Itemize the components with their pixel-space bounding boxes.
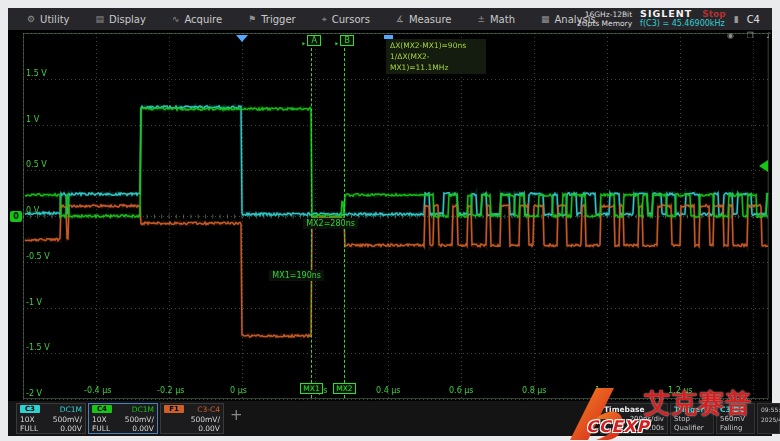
cursor-mx1-handle[interactable]: MX1 bbox=[300, 383, 322, 394]
cursor-delta-x: ΔX(MX2-MX1)=90ns bbox=[390, 40, 482, 51]
voltage-axis-label: -2 V bbox=[26, 389, 42, 398]
clock-date: 2025/4/2 bbox=[761, 415, 776, 425]
voltage-axis-label: -1.5 V bbox=[26, 343, 50, 352]
cursor-b-handle[interactable]: B bbox=[340, 35, 354, 46]
timebase-delay: 0.00s bbox=[604, 424, 664, 434]
trigger-position-marker[interactable] bbox=[236, 35, 248, 42]
clock-box: 09:55:44 2025/4/2 bbox=[757, 403, 780, 434]
trigger-box[interactable]: Trigger Stop Qualifier bbox=[670, 403, 714, 434]
frequency-counter: f(C3) = 45.46900kHz bbox=[640, 19, 726, 29]
time-axis-label: -0.2 µs bbox=[157, 386, 184, 395]
voltage-axis-label: 1.5 V bbox=[26, 69, 47, 78]
trigger-title: Trigger bbox=[674, 405, 710, 415]
cursor-b-arrow-icon: ‣ bbox=[334, 41, 339, 49]
menu-acquire-label: Acquire bbox=[184, 14, 222, 25]
status-bar: 16GHz-12Bit 2Gpts Memory SIGLENT Stop f(… bbox=[577, 8, 766, 30]
menu-math[interactable]: ± Math bbox=[468, 10, 524, 28]
voltage-axis-label: 0.5 V bbox=[26, 160, 47, 169]
timebase-title: Timebase bbox=[604, 405, 664, 415]
voltage-axis-label: 1 V bbox=[26, 115, 39, 124]
analysis-icon: ▦ bbox=[541, 14, 550, 24]
math-icon: ± bbox=[477, 14, 485, 24]
menu-trigger-label: Trigger bbox=[261, 14, 296, 25]
horizontal-reference-marker[interactable] bbox=[384, 35, 393, 39]
trigger-state: Stop bbox=[674, 415, 710, 425]
c4-scale: 500mV/ bbox=[125, 415, 154, 425]
f1-scale: 500mV/ bbox=[191, 415, 220, 425]
oscilloscope-screen: ⚙ Utility ▤ Display ∿ Acquire ⚑ Trigger … bbox=[0, 0, 780, 441]
mx2-readout: MX2=280ns bbox=[303, 218, 358, 229]
crosshair-icon: ⌖ bbox=[322, 14, 327, 25]
memory-spec: 2Gpts Memory bbox=[577, 19, 632, 28]
c3-probe: 10X bbox=[20, 415, 35, 425]
c4-bandwidth: FULL bbox=[92, 424, 110, 434]
acquisition-spec: 16GHz-12Bit 2Gpts Memory bbox=[577, 10, 632, 28]
voltage-axis-label: -1 V bbox=[26, 298, 42, 307]
measure-icon: ∡ bbox=[396, 14, 404, 24]
trigger-level-marker[interactable] bbox=[759, 160, 768, 172]
c3-badge: C3 bbox=[20, 405, 40, 413]
cursor-measurement-box: ΔX(MX2-MX1)=90ns 1/ΔX(MX2-MX1)=11.1MHz bbox=[386, 39, 486, 74]
c4-probe: 10X bbox=[92, 415, 107, 425]
menu-cursors[interactable]: ⌖ Cursors bbox=[313, 10, 379, 28]
time-axis-label: 0 µs bbox=[230, 386, 247, 395]
bandwidth-spec: 16GHz-12Bit bbox=[577, 10, 632, 19]
channel-zero-level-marker[interactable]: 0 bbox=[10, 211, 22, 222]
channel-box-c3[interactable]: C3 DC1M 10X 500mV/ FULL 0.00V bbox=[16, 403, 86, 434]
cursor-inverse-delta-x: 1/ΔX(MX2-MX1)=11.1MHz bbox=[390, 51, 482, 73]
display-corner-icons[interactable]: ◉ ❐ ♪ bbox=[727, 31, 776, 40]
time-axis-label: 0.8 µs bbox=[522, 386, 547, 395]
f1-source: C3-C4 bbox=[197, 405, 220, 415]
trigger-slope: Falling bbox=[720, 424, 751, 434]
menu-trigger[interactable]: ⚑ Trigger bbox=[239, 10, 305, 28]
menu-display[interactable]: ▤ Display bbox=[87, 10, 155, 28]
trigger-level-value: 560mV bbox=[720, 415, 751, 425]
menu-measure-label: Measure bbox=[409, 14, 452, 25]
wave-icon: ∿ bbox=[172, 14, 180, 24]
trigger-source: C3 DC bbox=[720, 405, 751, 415]
time-axis-label: 1 µs bbox=[595, 386, 612, 395]
cursor-a-handle[interactable]: A bbox=[307, 35, 321, 46]
c3-scale: 500mV/ bbox=[53, 415, 82, 425]
menu-bar: ⚙ Utility ▤ Display ∿ Acquire ⚑ Trigger … bbox=[8, 8, 772, 30]
active-channel-indicator[interactable]: C4 bbox=[747, 14, 760, 25]
menu-cursors-label: Cursors bbox=[332, 14, 370, 25]
brand-logo: SIGLENT bbox=[640, 9, 692, 19]
add-channel-button[interactable]: + bbox=[230, 408, 243, 423]
waveform-plot-area[interactable] bbox=[8, 30, 772, 402]
cursor-mx2-handle[interactable]: MX2 bbox=[333, 383, 355, 394]
f1-offset: 0.00V bbox=[198, 424, 220, 434]
menu-measure[interactable]: ∡ Measure bbox=[387, 10, 461, 28]
c4-badge: C4 bbox=[92, 405, 112, 413]
time-axis-label: -0.4 µs bbox=[84, 386, 111, 395]
brand-box: SIGLENT Stop f(C3) = 45.46900kHz bbox=[640, 9, 726, 29]
mx1-readout: MX1=190ns bbox=[269, 270, 324, 281]
voltage-axis-label: -0.5 V bbox=[26, 252, 50, 261]
trigger-mode: Qualifier bbox=[674, 424, 710, 434]
menu-acquire[interactable]: ∿ Acquire bbox=[163, 10, 231, 28]
usb-icon: ▮ bbox=[734, 14, 739, 24]
bottom-bar: C3 DC1M 10X 500mV/ FULL 0.00V C4 DC1M 10… bbox=[8, 401, 772, 436]
timebase-box[interactable]: Timebase 200ns/div 0.00s bbox=[600, 403, 668, 434]
time-axis-label: 1.2 µs bbox=[668, 386, 693, 395]
math-box-f1[interactable]: F1 C3-C4 500mV/ 0.00V bbox=[160, 403, 224, 434]
clock-time: 09:55:44 bbox=[761, 405, 776, 415]
channel-box-c4[interactable]: C4 DC1M 10X 500mV/ FULL 0.00V bbox=[88, 403, 158, 434]
display-icon: ▤ bbox=[96, 14, 105, 24]
flag-icon: ⚑ bbox=[248, 14, 256, 24]
voltage-axis-label: 0 V bbox=[26, 206, 39, 215]
menu-math-label: Math bbox=[490, 14, 515, 25]
gear-icon: ⚙ bbox=[27, 14, 35, 24]
menu-display-label: Display bbox=[109, 14, 146, 25]
acquisition-state[interactable]: Stop bbox=[702, 9, 725, 19]
c3-offset: 0.00V bbox=[60, 424, 82, 434]
cursor-a-arrow-icon: ‣ bbox=[301, 41, 306, 49]
trigger-source-box[interactable]: C3 DC 560mV Falling bbox=[716, 403, 755, 434]
menu-utility[interactable]: ⚙ Utility bbox=[18, 10, 79, 28]
timebase-scale: 200ns/div bbox=[604, 415, 664, 425]
c4-offset: 0.00V bbox=[132, 424, 154, 434]
c3-bandwidth: FULL bbox=[20, 424, 38, 434]
menu-utility-label: Utility bbox=[40, 14, 69, 25]
f1-badge: F1 bbox=[164, 405, 184, 413]
time-axis-label: 0.6 µs bbox=[449, 386, 474, 395]
